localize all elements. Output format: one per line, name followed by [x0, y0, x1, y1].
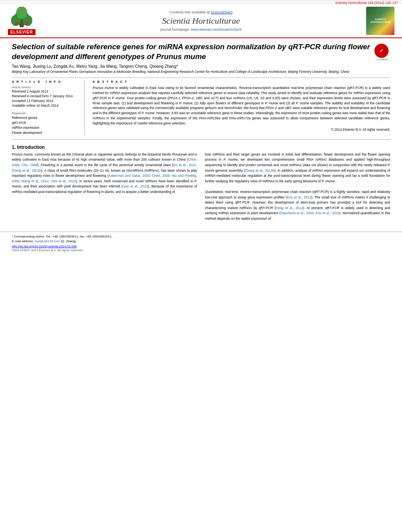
- journal-name: Scientia Horticulturae: [43, 16, 359, 26]
- elsevier-logo: ELSEVIER: [4, 7, 39, 35]
- affiliation-line: Beijing Key Laboratory of Ornamental Pla…: [12, 70, 390, 74]
- page-footer: * Corresponding author. Tel.: +86 106239…: [0, 232, 402, 255]
- copyright-text: © 2014 Elsevier B.V. All rights reserved…: [93, 128, 390, 132]
- keywords-section: Keywords: Reference genes qRT-PCR miRNA …: [12, 111, 80, 135]
- keyword-1: Reference genes: [12, 115, 80, 120]
- journal-header: Scientia Horticulturae 169 (2014) 130–13…: [0, 0, 402, 38]
- email-label: E-mail address:: [12, 239, 34, 243]
- info-abstract-section: A R T I C L E I N F O Article history: R…: [12, 80, 390, 135]
- intro-right-text: how miRNAs and their target genes are in…: [205, 152, 390, 222]
- doi-line: http://dx.doi.org/10.1016/j.scienta.2014…: [12, 245, 390, 248]
- svg-point-6: [25, 22, 28, 25]
- revised-date: Received in revised form 7 January 2014: [12, 94, 80, 99]
- volume-text: Scientia Horticulturae 169 (2014) 130–13…: [335, 1, 398, 5]
- crossmark-logo: ✓ CrossMark: [374, 44, 390, 59]
- received-date: Received 2 August 2013: [12, 89, 80, 94]
- keyword-4: Flower development: [12, 130, 80, 135]
- homepage-url[interactable]: www.elsevier.com/locate/scihorti: [191, 28, 242, 32]
- journal-homepage: journal homepage: www.elsevier.com/locat…: [43, 28, 359, 32]
- article-info-heading: A R T I C L E I N F O: [12, 80, 80, 83]
- section1-title: 1. Introduction: [12, 145, 390, 150]
- corresponding-text: * Corresponding author. Tel.: +86 106239…: [12, 235, 112, 238]
- abstract-heading: A B S T R A C T: [93, 80, 390, 83]
- body-left-col: Prunus mume, commonly known as the Chine…: [12, 152, 197, 222]
- keyword-3: miRNA expression: [12, 125, 80, 130]
- body-two-col: Prunus mume, commonly known as the Chine…: [12, 152, 390, 222]
- crossmark-icon: ✓: [374, 44, 389, 58]
- contents-label: Contents lists available at: [169, 10, 210, 14]
- rights-line: 0304-4238/© 2014 Elsevier B.V. All right…: [12, 248, 390, 252]
- svg-point-5: [15, 22, 18, 25]
- scientia-logo-box: SCIENTIAHORTICULTURAE: [366, 7, 395, 35]
- doi-link[interactable]: http://dx.doi.org/10.1016/j.scienta.2014…: [12, 245, 77, 248]
- svg-point-7: [20, 9, 23, 11]
- body-right-col: how miRNAs and their target genes are in…: [205, 152, 390, 222]
- journal-right-logo: SCIENTIAHORTICULTURAE: [363, 7, 398, 35]
- journal-center: Contents lists available at ScienceDirec…: [39, 10, 363, 32]
- available-date: Available online 14 March 2014: [12, 104, 80, 108]
- abstract-col: A B S T R A C T Prunus mume is widely cu…: [93, 80, 390, 135]
- history-label: Article history:: [12, 85, 80, 89]
- intro-left-text: Prunus mume, commonly known as the Chine…: [12, 152, 197, 195]
- homepage-label: journal homepage:: [160, 28, 190, 32]
- email-link[interactable]: zqxbjfu@126.com: [35, 239, 60, 243]
- authors-line: Tao Wang, Jiuxing Lu, Zongda Xu, Weiru Y…: [12, 64, 390, 69]
- article-info-col: A R T I C L E I N F O Article history: R…: [12, 80, 85, 135]
- authors-text: Tao Wang, Jiuxing Lu, Zongda Xu, Weiru Y…: [12, 64, 178, 69]
- footnote-corresponding: * Corresponding author. Tel.: +86 106239…: [12, 234, 390, 239]
- abstract-text: Prunus mume is widely cultivated in East…: [93, 85, 390, 126]
- elsevier-label: ELSEVIER: [8, 29, 35, 35]
- svg-point-4: [16, 7, 27, 19]
- footnote-email: E-mail address: zqxbjfu@126.com (Q. Zhan…: [12, 239, 390, 244]
- article-body: Selection of suitable reference genes fo…: [0, 38, 402, 226]
- sciencedirect-link-text[interactable]: ScienceDirect: [211, 10, 233, 14]
- keyword-2: qRT-PCR: [12, 120, 80, 126]
- divider-top: [12, 78, 390, 78]
- accepted-date: Accepted 11 February 2014: [12, 99, 80, 104]
- volume-bar: Scientia Horticulturae 169 (2014) 130–13…: [0, 0, 402, 5]
- sciencedirect-link: Contents lists available at ScienceDirec…: [43, 10, 359, 14]
- keywords-label: Keywords:: [12, 111, 80, 115]
- title-section: Selection of suitable reference genes fo…: [12, 42, 390, 61]
- title-text: Selection of suitable reference genes fo…: [12, 43, 370, 61]
- journal-top-bar: ELSEVIER Contents lists available at Sci…: [0, 5, 402, 36]
- divider-bottom: [12, 139, 390, 140]
- article-title: Selection of suitable reference genes fo…: [12, 42, 370, 61]
- elsevier-tree-icon: [8, 7, 35, 28]
- email-suffix: (Q. Zhang).: [61, 239, 77, 243]
